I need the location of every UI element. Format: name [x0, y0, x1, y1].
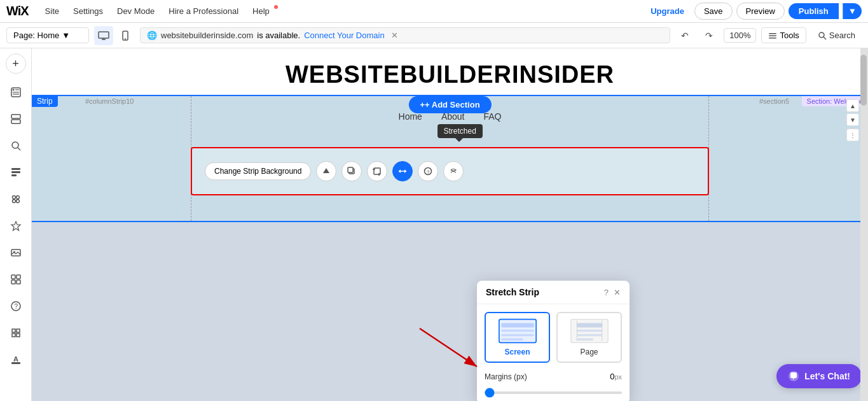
svg-rect-6 — [769, 35, 776, 36]
svg-rect-42 — [348, 167, 353, 172]
connect-domain-link[interactable]: Connect Your Domain — [304, 31, 384, 40]
svg-point-23 — [16, 196, 19, 199]
dialog-header: Stretch Strip ? ✕ — [477, 281, 630, 304]
sidebar-icon-search[interactable] — [4, 134, 28, 158]
stretched-tooltip: Stretched — [437, 124, 483, 138]
stretch-page-option[interactable]: Page — [556, 312, 622, 363]
scrollbar-thumb[interactable] — [860, 55, 867, 106]
svg-point-25 — [16, 200, 19, 203]
search-label: Search — [829, 31, 855, 40]
add-element-button[interactable]: + — [6, 53, 26, 74]
sidebar-icon-media[interactable] — [4, 241, 28, 265]
sidebar-icon-content[interactable] — [4, 160, 28, 185]
sidebar-icon-plugins[interactable] — [4, 321, 28, 345]
dialog-header-icons: ? ✕ — [604, 288, 621, 297]
wix-logo: WiX — [6, 4, 29, 18]
crop-icon[interactable] — [367, 161, 387, 181]
page-selector[interactable]: Page: Home ▼ — [6, 27, 89, 43]
svg-text:?: ? — [427, 169, 430, 175]
svg-rect-20 — [11, 171, 20, 173]
redo-button[interactable]: ↷ — [699, 26, 719, 45]
canvas-area: WEBSITEBUILDERINSIDER Strip #columnStrip… — [32, 48, 868, 401]
svg-rect-16 — [11, 120, 20, 123]
add-section-button[interactable]: + + Add Section — [408, 96, 491, 113]
svg-rect-30 — [11, 280, 15, 284]
more-options-button[interactable]: ⋮ — [846, 129, 859, 141]
publish-button[interactable]: Publish — [789, 3, 839, 19]
svg-rect-35 — [17, 329, 20, 332]
scroll-down-button[interactable]: ▼ — [846, 113, 859, 126]
svg-marker-40 — [323, 168, 329, 173]
stretch-icon[interactable] — [392, 161, 413, 181]
nav-faq[interactable]: FAQ — [483, 111, 501, 122]
sidebar-icon-text[interactable]: A — [4, 348, 28, 372]
svg-text:?: ? — [14, 303, 18, 310]
nav-settings[interactable]: Settings — [67, 4, 109, 18]
url-close-icon[interactable]: ✕ — [391, 31, 398, 40]
page-chevron-icon: ▼ — [62, 31, 70, 40]
sidebar-icon-grid[interactable] — [4, 267, 28, 292]
site-title: WEBSITEBUILDERINSIDER — [32, 61, 868, 88]
tools-button[interactable]: Tools — [761, 27, 806, 43]
strip-id-label: #columnStrip10 — [83, 96, 136, 106]
zoom-level[interactable]: 100% — [724, 28, 756, 43]
chat-button[interactable]: Let's Chat! — [776, 364, 862, 388]
move-up-icon[interactable] — [316, 161, 336, 181]
svg-point-24 — [12, 200, 15, 203]
margins-slider[interactable] — [485, 391, 622, 394]
globe-icon: 🌐 — [147, 31, 157, 40]
more-icon[interactable] — [443, 161, 464, 181]
svg-rect-0 — [99, 32, 109, 38]
url-bar: 🌐 websitebuilderinside.com is available.… — [140, 27, 670, 43]
help-icon[interactable]: ? — [418, 161, 438, 181]
nav-help[interactable]: Help — [246, 4, 276, 18]
top-bar-nav: Site Settings Dev Mode Hire a Profession… — [39, 4, 276, 18]
publish-dropdown-button[interactable]: ▼ — [843, 3, 862, 19]
svg-point-8 — [819, 32, 824, 38]
url-available-text: is available. — [257, 31, 300, 40]
add-section-label: + Add Section — [425, 100, 480, 109]
address-bar: Page: Home ▼ 🌐 websitebuilderinside.com … — [0, 23, 868, 48]
svg-text:A: A — [13, 355, 18, 363]
preview-button[interactable]: Preview — [736, 3, 785, 20]
strip-section[interactable]: Strip #columnStrip10 #section5 Section: … — [32, 95, 868, 222]
dialog-close-icon[interactable]: ✕ — [614, 288, 621, 297]
undo-button[interactable]: ↶ — [675, 26, 694, 45]
chat-label: Let's Chat! — [804, 371, 850, 381]
stretch-screen-option[interactable]: Screen — [485, 312, 550, 363]
device-icons — [94, 26, 135, 45]
svg-rect-21 — [11, 174, 17, 176]
nav-devmode[interactable]: Dev Mode — [111, 4, 161, 18]
dialog-title: Stretch Strip — [486, 287, 539, 297]
svg-rect-7 — [769, 38, 776, 39]
desktop-device-button[interactable] — [94, 26, 113, 45]
svg-rect-54 — [501, 334, 534, 336]
svg-rect-53 — [501, 330, 534, 332]
tools-label: Tools — [780, 31, 799, 40]
svg-rect-28 — [11, 275, 15, 279]
upgrade-button[interactable]: Upgrade — [644, 4, 691, 18]
svg-rect-26 — [11, 250, 20, 256]
scroll-up-button[interactable]: ▲ — [846, 99, 859, 112]
nav-site[interactable]: Site — [39, 4, 65, 18]
top-bar-right: Upgrade Save Preview Publish ▼ — [644, 3, 862, 20]
sidebar-icon-pages[interactable] — [4, 80, 28, 104]
sidebar-icon-sections[interactable] — [4, 107, 28, 131]
dialog-help-icon[interactable]: ? — [604, 288, 609, 297]
svg-rect-59 — [577, 334, 602, 336]
svg-rect-57 — [577, 323, 602, 328]
mobile-device-button[interactable] — [116, 26, 135, 45]
svg-rect-29 — [17, 275, 20, 279]
copy-icon[interactable] — [341, 161, 362, 181]
svg-point-4 — [125, 38, 126, 39]
sidebar-icon-help[interactable]: ? — [4, 294, 28, 318]
save-button[interactable]: Save — [694, 3, 733, 20]
sidebar-icon-theme[interactable] — [4, 214, 28, 238]
section-id-right: #section5 — [757, 96, 792, 106]
sidebar-icon-apps[interactable] — [4, 187, 28, 211]
svg-rect-36 — [12, 334, 15, 337]
scrollbar-track — [860, 48, 868, 401]
change-background-button[interactable]: Change Strip Background — [205, 162, 311, 180]
nav-hire[interactable]: Hire a Professional — [162, 4, 245, 18]
search-button[interactable]: Search — [811, 28, 862, 43]
